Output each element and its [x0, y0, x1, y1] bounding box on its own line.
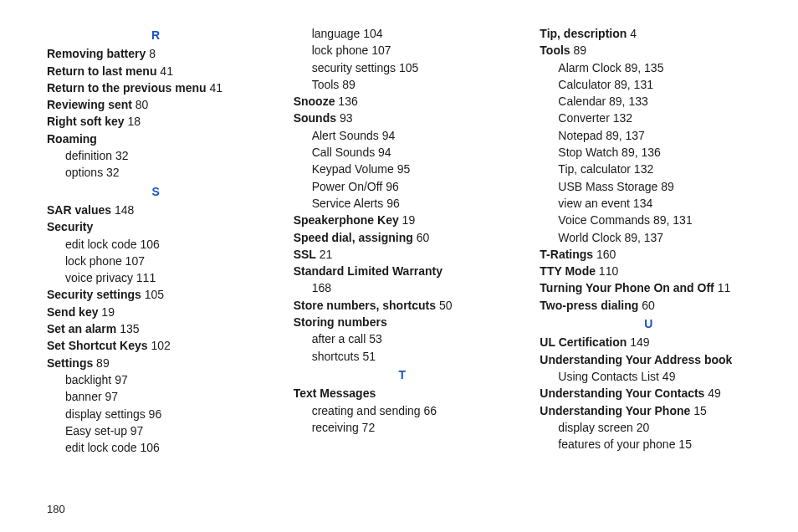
index-entry: Removing battery 8 [47, 45, 265, 62]
index-subentry: definition 32 [47, 147, 265, 164]
page-ref: 132 [634, 162, 653, 176]
page-ref: 50 [436, 299, 452, 312]
page-ref: 149 [627, 335, 649, 349]
page-ref: 19 [98, 305, 114, 319]
index-letter: S [47, 183, 265, 200]
index-entry: SSL 21 [294, 246, 512, 263]
page-ref: 111 [136, 271, 156, 284]
subentry-text: Calculator [558, 78, 614, 91]
subentry-text: Alarm Clock [558, 61, 624, 74]
index-subentry: view an event 134 [540, 195, 758, 212]
index-subentry: shortcuts 51 [294, 348, 512, 365]
page-ref: 94 [382, 129, 396, 142]
page-ref: 89, 136 [622, 146, 661, 159]
index-subentry: display settings 96 [47, 406, 265, 422]
page-ref: 97 [115, 373, 128, 386]
index-entry: Understanding Your Contacts 49 [540, 385, 758, 402]
index-term: Settings [47, 356, 93, 370]
page-ref: 96 [386, 197, 400, 210]
subentry-text: Calendar [558, 95, 609, 108]
page-ref: 89, 131 [614, 78, 653, 91]
page-ref: 4 [627, 27, 637, 40]
page-ref: 110 [596, 264, 618, 278]
index-subentry: options 32 [47, 164, 265, 181]
page-ref: 11 [714, 281, 730, 294]
page-ref: 136 [335, 95, 357, 108]
index-subentry: Notepad 89, 137 [540, 127, 758, 144]
index-letter: U [540, 315, 758, 332]
index-entry: Security [47, 218, 265, 235]
index-subentry: edit lock code 106 [47, 236, 265, 253]
page-ref: 106 [141, 441, 160, 454]
index-entry: Understanding Your Address book [540, 351, 758, 368]
index-subentry: lock phone 107 [47, 253, 265, 269]
index-entry: Roaming [47, 130, 265, 147]
page-ref: 51 [362, 350, 376, 363]
index-term: Two-press dialing [540, 299, 638, 312]
index-term: Reviewing sent [47, 98, 132, 111]
index-term: Speed dial, assigning [294, 231, 413, 244]
index-term: Return to the previous menu [47, 81, 207, 95]
page-ref: 32 [115, 149, 129, 162]
index-subentry: USB Mass Storage 89 [540, 178, 758, 195]
page-ref: 53 [369, 332, 382, 345]
index-term: Set an alarm [47, 322, 116, 335]
index-subentry: Calendar 89, 133 [540, 93, 758, 110]
index-subentry: 168 [294, 279, 512, 296]
columns-container: RRemoving battery 8Return to last menu 4… [47, 25, 758, 456]
index-entry: Storing numbers [294, 314, 512, 330]
index-entry: Security settings 105 [47, 286, 265, 303]
index-term: UL Certification [540, 335, 627, 349]
index-entry: Set Shortcut Keys 102 [47, 337, 265, 354]
index-term: T-Ratings [540, 248, 593, 261]
index-subentry: Calculator 89, 131 [540, 76, 758, 93]
page-ref: 15 [678, 437, 692, 451]
index-subentry: Keypad Volume 95 [294, 161, 512, 177]
page-ref: 89, 137 [606, 129, 645, 142]
index-term: Right soft key [47, 115, 125, 128]
page-ref: 18 [125, 115, 141, 128]
index-entry: Tip, description 4 [540, 25, 758, 42]
index-subentry: World Clock 89, 137 [540, 229, 758, 246]
subentry-text: language [312, 27, 364, 40]
index-term: Store numbers, shortcuts [294, 299, 436, 312]
page-ref: 15 [690, 404, 706, 417]
index-entry: Store numbers, shortcuts 50 [294, 297, 512, 314]
subentry-text: Converter [558, 111, 612, 125]
index-entry: Reviewing sent 80 [47, 96, 265, 113]
page-ref: 41 [207, 81, 223, 95]
page-ref: 94 [378, 146, 391, 159]
index-subentry: Alert Sounds 94 [294, 127, 512, 144]
subentry-text: backlight [65, 373, 115, 386]
index-entry: Tools 89 [540, 42, 758, 59]
index-letter: T [294, 366, 512, 383]
subentry-text: edit lock code [65, 441, 141, 454]
index-term: Understanding Your Contacts [540, 386, 704, 400]
index-entry: UL Certification 149 [540, 334, 758, 350]
page-ref: 89 [661, 180, 674, 193]
subentry-text: options [65, 166, 106, 179]
page-ref: 49 [704, 386, 720, 400]
index-term: Snooze [294, 95, 335, 108]
subentry-text: Tools [312, 78, 343, 91]
index-term: SSL [294, 248, 316, 261]
subentry-text: after a call [312, 332, 369, 345]
subentry-text: definition [65, 149, 115, 162]
index-column: RRemoving battery 8Return to last menu 4… [47, 25, 265, 456]
page-ref: 148 [111, 203, 134, 217]
index-entry: SAR values 148 [47, 202, 265, 218]
page-ref: 97 [130, 424, 144, 437]
index-term: Set Shortcut Keys [47, 339, 148, 352]
index-subentry: backlight 97 [47, 371, 265, 388]
subentry-text: display settings [65, 407, 149, 421]
page-ref: 105 [399, 61, 418, 74]
index-term: Security settings [47, 288, 141, 301]
page-ref: 8 [146, 47, 156, 60]
page-ref: 89 [93, 356, 109, 370]
page-ref: 106 [141, 238, 160, 251]
page-ref: 60 [413, 231, 429, 244]
subentry-text: features of your phone [558, 437, 678, 451]
page-ref: 104 [363, 27, 382, 40]
index-subentry: Voice Commands 89, 131 [540, 212, 758, 228]
page-ref: 107 [371, 43, 391, 57]
